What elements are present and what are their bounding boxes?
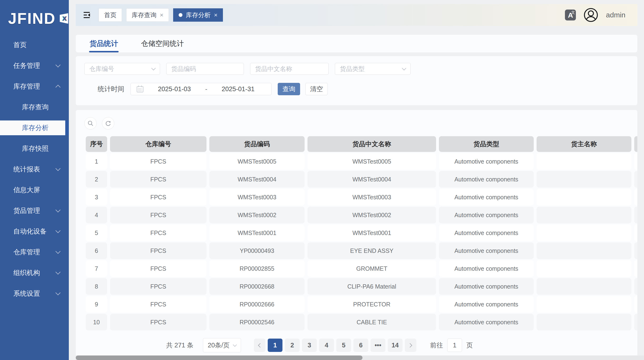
sidebar-item-automation-equipment[interactable]: 自动化设备 xyxy=(0,224,69,239)
page-button-2[interactable]: 2 xyxy=(285,338,300,352)
table-cell: WMSTest0003 xyxy=(209,189,304,206)
page-button-1[interactable]: 1 xyxy=(268,338,282,352)
page-button-5[interactable]: 5 xyxy=(336,338,351,352)
sidebar-item-label: 信息大屏 xyxy=(13,186,40,194)
table-cell: EYE END ASSY xyxy=(308,242,436,259)
warehouse-code-placeholder: 仓库编号 xyxy=(89,65,114,73)
menu-fold-icon xyxy=(83,11,91,19)
table-cell: 9 xyxy=(86,296,107,312)
table-cell: WMSTest0002 xyxy=(308,207,436,223)
page-button-6[interactable]: 6 xyxy=(354,338,368,352)
chevron-down-icon xyxy=(56,228,60,233)
chevron-down-icon xyxy=(402,66,406,70)
tab-goods-stats[interactable]: 货品统计 xyxy=(89,35,118,52)
sidebar-item-goods-management[interactable]: 货品管理 xyxy=(0,203,69,218)
table-cell: FPCS xyxy=(110,278,206,295)
chevron-down-icon xyxy=(56,270,60,274)
table-cell xyxy=(536,314,632,330)
goto-page: 前往 页 xyxy=(430,338,473,352)
search-toggle-button[interactable] xyxy=(84,117,97,130)
sidebar-item-inventory-query[interactable]: 库存查询 xyxy=(0,100,69,114)
logo-x-flag-icon: X X X xyxy=(59,7,69,30)
prev-page-button[interactable] xyxy=(254,338,265,352)
main-area: 首页库存查询×库存分析× A 文 admin 货品统计仓储空间统计 仓库编号 xyxy=(69,0,644,360)
date-end-value: 2025-01-31 xyxy=(208,86,269,93)
page-button-3[interactable]: 3 xyxy=(302,338,317,352)
sidebar-item-warehouse-management[interactable]: 仓库管理 xyxy=(0,245,69,260)
more-pages-button[interactable]: ••• xyxy=(370,338,385,352)
chevron-down-icon xyxy=(56,62,60,68)
user-avatar-icon[interactable] xyxy=(584,8,598,22)
sidebar-collapse-button[interactable] xyxy=(82,11,91,19)
column-header: 货品编码 xyxy=(209,136,304,152)
table-cell: Automotive components xyxy=(439,296,534,312)
page-buttons: 123456•••14 xyxy=(265,338,402,352)
chevron-down-icon xyxy=(56,290,60,295)
goods-name-input[interactable] xyxy=(250,63,329,75)
horizontal-scrollbar-thumb[interactable] xyxy=(76,356,362,360)
table-cell: FPCS xyxy=(110,296,206,312)
sidebar-item-statistics-report[interactable]: 统计报表 xyxy=(0,162,69,177)
chevron-down-icon xyxy=(56,249,60,254)
horizontal-scrollbar[interactable] xyxy=(76,356,644,360)
chevron-down-icon xyxy=(233,342,237,347)
sidebar-item-label: 库存管理 xyxy=(13,82,40,91)
table-cell xyxy=(634,207,637,223)
table-cell: FPCS xyxy=(110,171,206,188)
tag-label: 首页 xyxy=(104,11,116,19)
sidebar-item-label: 货品管理 xyxy=(13,206,40,215)
table-cell: WMSTest0005 xyxy=(209,153,304,170)
goto-page-input[interactable] xyxy=(447,338,462,352)
sidebar: JFIND X X X 首页任务管理库存管理库存查询库存分析库存快照统计报表信息… xyxy=(0,0,69,360)
table-cell: RP00002668 xyxy=(209,278,304,295)
page-button-14[interactable]: 14 xyxy=(388,338,402,352)
page-size-select[interactable]: 20条/页 xyxy=(203,338,241,352)
table-cell: Automotive components xyxy=(439,260,534,277)
search-button[interactable]: 查询 xyxy=(278,83,300,95)
goods-code-input[interactable] xyxy=(166,63,244,75)
refresh-icon xyxy=(105,120,111,126)
calendar-icon xyxy=(136,85,144,93)
table-cell: FPCS xyxy=(110,260,206,277)
sidebar-item-inventory-snapshot[interactable]: 库存快照 xyxy=(0,141,69,156)
tag-inventory-analysis[interactable]: 库存分析× xyxy=(173,8,223,22)
page-button-4[interactable]: 4 xyxy=(319,338,334,352)
table-cell: PROTECTOR xyxy=(308,296,436,312)
warehouse-code-select[interactable]: 仓库编号 xyxy=(84,63,160,75)
sidebar-item-inventory-management[interactable]: 库存管理 xyxy=(0,79,69,94)
username[interactable]: admin xyxy=(606,11,626,19)
language-switch-icon[interactable]: A 文 xyxy=(565,10,576,20)
table-cell: FPCS xyxy=(110,242,206,259)
clear-button[interactable]: 清空 xyxy=(305,83,328,95)
table-cell: 6 xyxy=(86,242,107,259)
close-icon[interactable]: × xyxy=(214,12,218,18)
goods-type-select[interactable]: 货品类型 xyxy=(335,63,410,75)
date-range-picker[interactable]: 2025-01-03 - 2025-01-31 xyxy=(130,83,272,95)
sidebar-item-system-settings[interactable]: 系统设置 xyxy=(0,286,69,301)
goto-suffix: 页 xyxy=(466,341,473,350)
next-page-button[interactable] xyxy=(405,338,416,352)
stat-time-label: 统计时间 xyxy=(98,84,124,94)
sidebar-item-organization[interactable]: 组织机构 xyxy=(0,266,69,280)
table-cell: FPCS xyxy=(110,189,206,206)
table-cell xyxy=(634,242,637,259)
refresh-button[interactable] xyxy=(102,117,114,130)
tag-inventory-query[interactable]: 库存查询× xyxy=(126,8,169,22)
table-cell: YP00000493 xyxy=(209,242,304,259)
filter-row-2: 统计时间 2025-01-03 - 2025-01-31 查询 清空 xyxy=(84,83,637,95)
table-cell: WMSTest0005 xyxy=(308,153,436,170)
sidebar-item-task-management[interactable]: 任务管理 xyxy=(0,58,69,73)
table-cell: RP00002855 xyxy=(209,260,304,277)
top-bar: 首页库存查询×库存分析× A 文 admin xyxy=(76,4,637,26)
table-cell xyxy=(536,189,632,206)
table-cell: 7 xyxy=(86,260,107,277)
sidebar-item-info-screen[interactable]: 信息大屏 xyxy=(0,182,69,198)
date-start-value: 2025-01-03 xyxy=(144,86,205,93)
close-icon[interactable]: × xyxy=(160,12,164,18)
sidebar-item-inventory-analysis[interactable]: 库存分析 xyxy=(0,120,69,135)
tag-home[interactable]: 首页 xyxy=(98,8,122,22)
tag-label: 库存查询 xyxy=(132,11,156,19)
chevron-down-icon xyxy=(56,166,60,171)
tab-storage-space-stats[interactable]: 仓储空间统计 xyxy=(140,35,184,52)
sidebar-item-home[interactable]: 首页 xyxy=(0,38,69,52)
